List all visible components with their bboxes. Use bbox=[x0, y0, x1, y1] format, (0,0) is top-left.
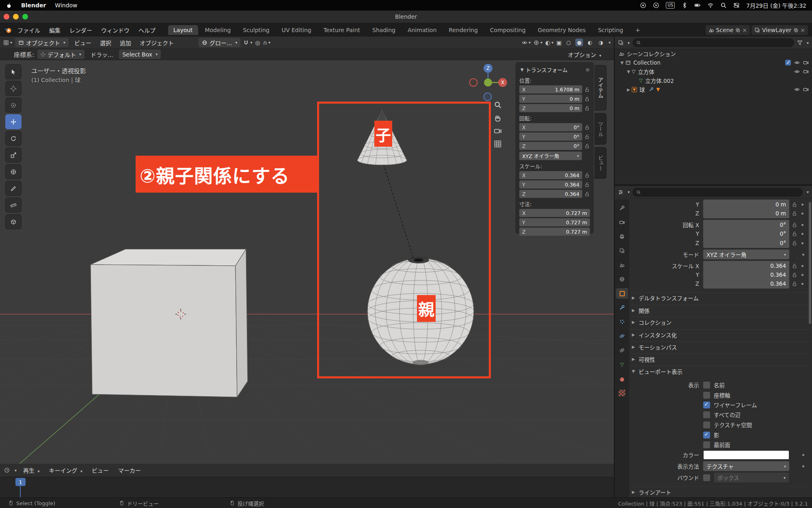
unlink-scene-icon[interactable]: × bbox=[742, 27, 747, 33]
editor-type-dropdown[interactable]: ▾ bbox=[3, 40, 12, 46]
blender-logo-icon[interactable] bbox=[4, 26, 12, 34]
gizmo-z-negative[interactable] bbox=[484, 93, 492, 101]
tab-world-icon[interactable] bbox=[616, 274, 628, 284]
mode-dropdown[interactable]: オブジェクト▾ bbox=[15, 38, 69, 47]
timeline-menu-marker[interactable]: マーカー bbox=[115, 466, 144, 474]
render-visibility-icon[interactable] bbox=[803, 60, 809, 65]
outliner-editor-icon[interactable] bbox=[618, 40, 624, 46]
tool-transform-button[interactable] bbox=[5, 164, 22, 179]
playhead-badge[interactable]: 1 bbox=[15, 478, 26, 486]
new-viewlayer-icon[interactable] bbox=[793, 28, 798, 33]
properties-search-input[interactable] bbox=[644, 189, 799, 195]
menu-edit[interactable]: 編集 bbox=[45, 26, 64, 34]
viewport-menu-add[interactable]: 追加 bbox=[117, 39, 134, 47]
timeline-menu-keying[interactable]: キーイング ▾ bbox=[46, 466, 85, 474]
dimensions-x-field[interactable]: X0.727 m bbox=[519, 209, 590, 217]
workspace-tab-sculpting[interactable]: Sculpting bbox=[238, 25, 274, 35]
workspace-tab-uv-editing[interactable]: UV Editing bbox=[276, 25, 317, 35]
checkbox-wireframe-toggle[interactable] bbox=[703, 402, 710, 408]
lock-open-icon[interactable] bbox=[792, 202, 797, 207]
tool-annotate-button[interactable] bbox=[5, 181, 22, 196]
remove-viewlayer-icon[interactable]: × bbox=[800, 27, 805, 33]
proportional-edit-toggle[interactable]: ◎ bbox=[255, 39, 260, 46]
rotation-y-field[interactable]: Y0° bbox=[519, 132, 582, 141]
tab-object-data-icon[interactable]: ▽ bbox=[616, 359, 628, 370]
section-viewport-display[interactable]: ▼ビューポート表示 bbox=[631, 366, 811, 376]
rotation-mode-dropdown[interactable]: XYZ オイラー角▾ bbox=[519, 152, 582, 160]
animate-dot[interactable] bbox=[801, 233, 803, 235]
checkbox-texture-space-toggle[interactable] bbox=[703, 421, 710, 428]
menu-file[interactable]: ファイル bbox=[14, 26, 44, 34]
outliner-row-scene-collection[interactable]: シーンコレクション bbox=[615, 49, 812, 58]
hide-eye-icon[interactable] bbox=[794, 60, 800, 65]
outliner-search-input[interactable] bbox=[643, 40, 790, 46]
gizmo-y-axis[interactable] bbox=[484, 78, 492, 87]
outliner-row-cube-002[interactable]: ▽ 立方体.002 bbox=[615, 76, 812, 85]
sidebar-tab-view[interactable]: ビュー bbox=[594, 147, 607, 179]
tab-constraints-icon[interactable] bbox=[616, 345, 628, 356]
tool-measure-button[interactable] bbox=[5, 198, 22, 213]
hide-eye-icon[interactable] bbox=[794, 87, 800, 92]
properties-editor-icon[interactable] bbox=[618, 189, 624, 195]
checkbox-in-front-toggle[interactable] bbox=[703, 441, 710, 448]
rotation-x-field[interactable]: X0° bbox=[519, 123, 582, 131]
location-y-field[interactable]: Y0 m bbox=[519, 95, 582, 103]
section-line-art[interactable]: ▶ラインアート bbox=[631, 486, 811, 497]
collapse-icon[interactable]: ▼ bbox=[520, 67, 524, 72]
pan-hand-icon[interactable] bbox=[494, 114, 502, 122]
tab-tool-icon[interactable] bbox=[616, 203, 628, 213]
lock-open-icon[interactable] bbox=[792, 240, 797, 246]
gizmos-toggle[interactable]: ▾ bbox=[533, 40, 542, 46]
workspace-tab-shading[interactable]: Shading bbox=[367, 25, 401, 35]
menu-render[interactable]: レンダー bbox=[66, 26, 96, 34]
modifier-icon[interactable] bbox=[649, 87, 654, 92]
ortho-grid-icon[interactable] bbox=[494, 140, 502, 148]
tab-render-icon[interactable] bbox=[616, 217, 628, 228]
play-badge-icon[interactable] bbox=[653, 2, 659, 9]
scale-z-field[interactable]: 0.364 bbox=[703, 279, 789, 289]
properties-scrollbar[interactable] bbox=[809, 202, 811, 324]
lock-open-icon[interactable] bbox=[584, 182, 590, 187]
menubar-datetime[interactable]: 7月29日 (金) 午後2:32 bbox=[746, 1, 806, 9]
sidebar-tab-tool[interactable]: ツール bbox=[594, 113, 607, 145]
menubar-app-menu[interactable]: Blender bbox=[21, 2, 46, 9]
outliner-row-collection[interactable]: ▼ Collection bbox=[615, 58, 812, 67]
animate-dot[interactable] bbox=[801, 204, 803, 206]
battery-icon[interactable] bbox=[694, 2, 701, 9]
lock-open-icon[interactable] bbox=[584, 96, 590, 102]
section-instancing[interactable]: ▶インスタンス化 bbox=[631, 329, 811, 340]
checkbox-name-toggle[interactable] bbox=[703, 382, 710, 389]
tab-output-icon[interactable] bbox=[616, 231, 628, 242]
section-motion-paths[interactable]: ▶モーションパス bbox=[631, 341, 811, 352]
animate-dot[interactable] bbox=[802, 465, 804, 467]
workspace-tab-rendering[interactable]: Rendering bbox=[443, 25, 483, 35]
shading-solid-button[interactable]: ● bbox=[575, 39, 583, 46]
tab-physics-icon[interactable] bbox=[616, 331, 628, 341]
wifi-icon[interactable] bbox=[707, 2, 714, 9]
object-color-swatch[interactable] bbox=[703, 450, 789, 460]
new-scene-icon[interactable] bbox=[735, 28, 740, 33]
workspace-tab-texture-paint[interactable]: Texture Paint bbox=[318, 25, 365, 35]
camera-view-icon[interactable] bbox=[494, 127, 502, 135]
expand-icon[interactable]: ▶ bbox=[625, 87, 632, 92]
select-tool-dropdown[interactable]: Select Box▾ bbox=[119, 50, 161, 59]
shading-material-button[interactable]: ◐ bbox=[586, 39, 594, 46]
lock-open-icon[interactable] bbox=[792, 281, 797, 287]
apple-menu-icon[interactable] bbox=[6, 2, 12, 9]
rotation-y-field[interactable]: 0° bbox=[703, 229, 789, 239]
lock-open-icon[interactable] bbox=[584, 87, 590, 92]
lock-open-icon[interactable] bbox=[584, 143, 590, 149]
viewlayer-selector[interactable]: ViewLayer × bbox=[752, 25, 808, 35]
input-source-badge[interactable]: US bbox=[666, 2, 675, 9]
rotation-z-field[interactable]: 0° bbox=[703, 238, 789, 248]
section-visibility[interactable]: ▶可視性 bbox=[631, 354, 811, 364]
outliner-row-cube[interactable]: ▼ ▽ 立方体 bbox=[615, 67, 812, 76]
panel-divider[interactable] bbox=[615, 185, 812, 186]
animate-dot[interactable] bbox=[801, 213, 803, 215]
lock-open-icon[interactable] bbox=[792, 272, 797, 278]
render-visibility-icon[interactable] bbox=[803, 69, 809, 74]
checkbox-bounds-toggle[interactable] bbox=[703, 474, 710, 481]
tool-add-cube-button[interactable] bbox=[5, 214, 22, 229]
section-collections[interactable]: ▶コレクション bbox=[631, 317, 811, 327]
tab-view-layer-icon[interactable] bbox=[616, 245, 628, 256]
